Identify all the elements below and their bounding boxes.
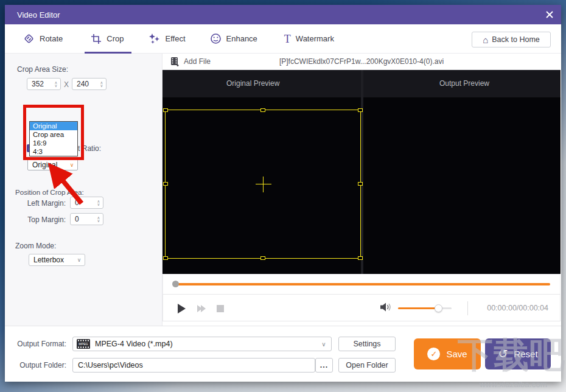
- top-margin-label: Top Margin:: [5, 215, 66, 224]
- volume-knob[interactable]: [435, 304, 442, 312]
- crop-area-size-label: Crop Area Size:: [17, 65, 68, 74]
- time-display: 00:00:00/00:00:04: [487, 304, 548, 312]
- crop-handle-e[interactable]: [358, 182, 363, 186]
- stepper-arrows-icon[interactable]: ∧∨: [52, 81, 60, 87]
- svg-text:MPEG: MPEG: [79, 342, 88, 346]
- add-file-button[interactable]: Add File: [170, 57, 211, 66]
- option-16-9[interactable]: 16:9: [30, 139, 77, 147]
- option-original[interactable]: Original: [30, 122, 77, 130]
- tab-rotate-label: Rotate: [40, 34, 63, 43]
- save-button[interactable]: ✓ Save: [414, 338, 481, 369]
- tab-bar: Rotate Crop Effect Enhance: [5, 24, 561, 54]
- close-icon[interactable]: [544, 9, 555, 20]
- fast-forward-button[interactable]: [197, 305, 206, 312]
- output-folder-value: C:\Users\pc\Videos: [73, 361, 315, 369]
- seek-knob[interactable]: [172, 281, 179, 287]
- stepper-arrows-icon[interactable]: ∧∨: [94, 216, 103, 222]
- mpeg-format-icon: MPEG: [77, 339, 90, 349]
- rotate-icon: [23, 33, 35, 44]
- tab-crop-label: Crop: [107, 34, 124, 43]
- home-icon: ⌂: [483, 35, 488, 44]
- tab-effect[interactable]: Effect: [148, 24, 186, 54]
- controls-separator: [467, 301, 468, 315]
- tab-enhance-label: Enhance: [226, 34, 257, 43]
- output-folder-label: Output Folder:: [5, 361, 66, 369]
- output-format-label: Output Format:: [5, 340, 66, 348]
- original-preview-label: Original Preview: [226, 79, 279, 88]
- crop-icon: [91, 33, 102, 44]
- aspect-ratio-option-list: Original Crop area 16:9 4:3: [29, 121, 78, 156]
- zoom-mode-dropdown[interactable]: Letterbox ∨: [29, 254, 85, 266]
- stepper-arrows-icon[interactable]: ∧∨: [94, 200, 103, 206]
- browse-folder-button[interactable]: ...: [315, 358, 333, 373]
- check-circle-icon: ✓: [427, 348, 440, 360]
- zoom-mode-label: Zoom Mode:: [15, 242, 56, 250]
- volume-slider[interactable]: [398, 307, 452, 309]
- reset-label: Reset: [514, 349, 537, 359]
- aspect-ratio-value: Original: [28, 161, 66, 169]
- chevron-down-icon: ∨: [66, 162, 77, 168]
- tab-rotate[interactable]: Rotate: [23, 24, 63, 54]
- volume-icon[interactable]: [380, 302, 392, 312]
- save-label: Save: [446, 349, 467, 359]
- crop-handle-w[interactable]: [163, 182, 168, 186]
- reset-arrow-icon: ↺: [498, 348, 508, 360]
- crop-handle-ne[interactable]: [358, 108, 363, 112]
- chevron-down-icon: ∨: [74, 257, 85, 263]
- zoom-mode-value: Letterbox: [29, 256, 74, 264]
- crop-height-value: 240: [72, 80, 97, 88]
- crop-width-value: 352: [27, 80, 52, 88]
- crop-height-stepper[interactable]: 240 ∧∨: [72, 78, 107, 90]
- back-to-home-button[interactable]: ⌂ Back to Home: [472, 32, 551, 47]
- film-add-icon: [170, 57, 180, 66]
- pane-divider: [361, 70, 363, 274]
- chevron-down-icon: ∨: [316, 341, 331, 348]
- volume-fill: [398, 307, 439, 309]
- crop-handle-s[interactable]: [260, 256, 265, 260]
- left-margin-label: Left Margin:: [5, 199, 66, 208]
- window-title: Video Editor: [17, 10, 60, 19]
- output-format-value: MPEG-4 Video (*.mp4): [90, 340, 316, 348]
- open-folder-button[interactable]: Open Folder: [338, 358, 396, 373]
- crop-handle-sw[interactable]: [163, 256, 168, 260]
- settings-button[interactable]: Settings: [338, 337, 396, 351]
- tab-effect-label: Effect: [166, 34, 186, 43]
- watermark-icon: T: [284, 33, 291, 44]
- crop-handle-se[interactable]: [358, 256, 363, 260]
- playback-controls: 00:00:00/00:00:04: [162, 294, 561, 321]
- enhance-icon: [210, 33, 222, 44]
- desktop-wallpaper-strip: [0, 0, 5, 392]
- crop-handle-n[interactable]: [260, 108, 265, 112]
- top-margin-stepper[interactable]: 0 ∧∨: [70, 213, 103, 225]
- crop-settings-panel: Crop Area Size: 352 ∧∨ X 240 ∧∨ ✓ Keep A…: [5, 54, 162, 326]
- effect-icon: [148, 33, 161, 44]
- tab-watermark-label: Watermark: [296, 34, 334, 43]
- stop-button[interactable]: [217, 305, 224, 312]
- tab-crop[interactable]: Crop: [91, 24, 124, 54]
- top-margin-value: 0: [71, 215, 94, 223]
- add-file-label: Add File: [184, 57, 211, 66]
- video-editor-window: Video Editor Rotate Crop: [5, 5, 561, 382]
- stepper-arrows-icon[interactable]: ∧∨: [97, 81, 106, 87]
- crop-center-crosshair: [263, 177, 264, 192]
- loaded-file-name: [P]fcCWIEkdlx07CFrP1w...200KgvX0E010-4(0…: [248, 57, 475, 66]
- seek-track[interactable]: [175, 283, 550, 285]
- desktop: Video Editor Rotate Crop: [0, 0, 566, 392]
- crop-handle-nw[interactable]: [163, 108, 168, 112]
- back-to-home-label: Back to Home: [492, 35, 540, 44]
- option-crop-area[interactable]: Crop area: [30, 130, 77, 139]
- reset-button[interactable]: ↺ Reset: [485, 338, 551, 369]
- left-margin-value: 0: [71, 198, 94, 207]
- file-bar: Add File [P]fcCWIEkdlx07CFrP1w...200KgvX…: [162, 54, 561, 70]
- tab-enhance[interactable]: Enhance: [210, 24, 257, 54]
- output-folder-input[interactable]: C:\Users\pc\Videos: [72, 358, 315, 373]
- tab-watermark[interactable]: T Watermark: [284, 24, 334, 54]
- left-margin-stepper[interactable]: 0 ∧∨: [70, 197, 103, 209]
- aspect-ratio-dropdown[interactable]: Original ∨: [27, 159, 78, 170]
- option-4-3[interactable]: 4:3: [30, 147, 77, 156]
- crop-region-overlay[interactable]: [165, 110, 361, 259]
- play-button[interactable]: [178, 304, 186, 313]
- crop-width-stepper[interactable]: 352 ∧∨: [27, 78, 61, 90]
- seek-bar-row: [162, 274, 561, 294]
- output-format-dropdown[interactable]: MPEG MPEG-4 Video (*.mp4) ∨: [72, 337, 332, 351]
